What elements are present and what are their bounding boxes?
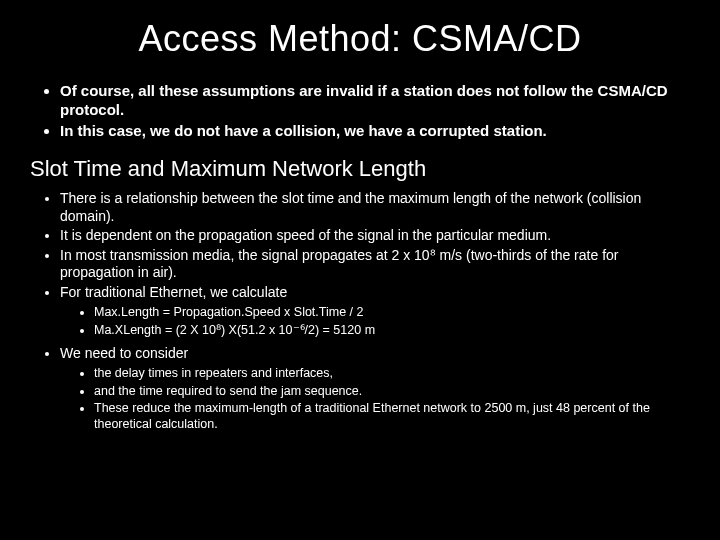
intro-list: Of course, all these assumptions are inv… bbox=[36, 82, 690, 140]
calc-item: Max.Length = Propagation.Speed x Slot.Ti… bbox=[94, 305, 690, 321]
slide: Access Method: CSMA/CD Of course, all th… bbox=[0, 0, 720, 540]
body-list: There is a relationship between the slot… bbox=[36, 190, 690, 301]
body-item: There is a relationship between the slot… bbox=[60, 190, 690, 225]
consider-item: the delay times in repeaters and interfa… bbox=[94, 366, 690, 382]
body-item: For traditional Ethernet, we calculate bbox=[60, 284, 690, 302]
calc-item: Ma.XLength = (2 X 10⁸) X(51.2 x 10⁻⁶/2) … bbox=[94, 323, 690, 339]
consider-item: These reduce the maximum-length of a tra… bbox=[94, 401, 690, 432]
body-item: It is dependent on the propagation speed… bbox=[60, 227, 690, 245]
consider-lead-list: We need to consider bbox=[36, 345, 690, 363]
consider-list: the delay times in repeaters and interfa… bbox=[72, 366, 690, 433]
intro-item: In this case, we do not have a collision… bbox=[60, 122, 690, 141]
consider-item: and the time required to send the jam se… bbox=[94, 384, 690, 400]
section-heading: Slot Time and Maximum Network Length bbox=[30, 156, 690, 182]
consider-lead: We need to consider bbox=[60, 345, 690, 363]
intro-item: Of course, all these assumptions are inv… bbox=[60, 82, 690, 120]
calc-list: Max.Length = Propagation.Speed x Slot.Ti… bbox=[72, 305, 690, 338]
body-item: In most transmission media, the signal p… bbox=[60, 247, 690, 282]
slide-title: Access Method: CSMA/CD bbox=[30, 18, 690, 60]
